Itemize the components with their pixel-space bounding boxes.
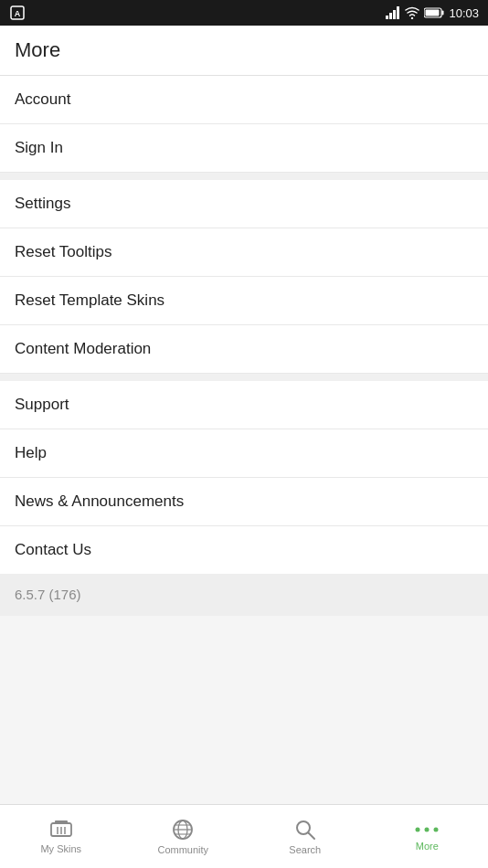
menu-item-news-announcements[interactable]: News & Announcements	[0, 478, 488, 526]
menu-item-reset-tooltips[interactable]: Reset Tooltips	[0, 228, 488, 277]
section-gap-1	[0, 173, 488, 180]
search-icon	[294, 819, 316, 841]
menu-item-settings[interactable]: Settings	[0, 180, 488, 228]
status-bar-right: 10:03	[386, 6, 479, 20]
nav-item-community[interactable]: Community	[122, 811, 245, 863]
menu-item-help[interactable]: Help	[0, 429, 488, 478]
svg-rect-4	[393, 10, 396, 19]
svg-point-22	[416, 827, 420, 831]
menu-item-content-moderation[interactable]: Content Moderation	[0, 325, 488, 374]
svg-rect-11	[55, 820, 68, 823]
wifi-icon	[405, 6, 419, 19]
nav-item-search[interactable]: Search	[244, 811, 366, 863]
bottom-navigation: My Skins Community Search More	[0, 804, 488, 868]
menu-group-1: Account Sign In	[0, 76, 488, 173]
svg-point-24	[434, 827, 439, 831]
version-area: 6.5.7 (176)	[0, 574, 488, 616]
svg-rect-5	[397, 6, 399, 19]
globe-icon	[172, 819, 194, 841]
svg-point-6	[411, 17, 413, 19]
menu-item-contact-us[interactable]: Contact Us	[0, 526, 488, 574]
svg-text:A: A	[15, 9, 21, 18]
nav-label-community: Community	[157, 844, 208, 855]
content-area: Account Sign In Settings Reset Tooltips …	[0, 76, 488, 616]
status-bar: A 10:03	[0, 0, 488, 26]
menu-item-reset-template-skins[interactable]: Reset Template Skins	[0, 277, 488, 325]
menu-group-2: Settings Reset Tooltips Reset Template S…	[0, 180, 488, 374]
skins-icon	[49, 820, 73, 840]
nav-item-my-skins[interactable]: My Skins	[0, 812, 122, 862]
menu-group-3: Support Help News & Announcements Contac…	[0, 381, 488, 574]
svg-rect-3	[389, 13, 392, 19]
menu-item-sign-in[interactable]: Sign In	[0, 124, 488, 173]
page-header: More	[0, 26, 488, 76]
menu-item-account[interactable]: Account	[0, 76, 488, 124]
svg-line-21	[308, 832, 314, 839]
svg-point-23	[425, 827, 430, 831]
svg-rect-2	[386, 16, 388, 19]
nav-item-more[interactable]: More	[366, 815, 489, 859]
status-bar-left: A	[9, 5, 26, 21]
status-time: 10:03	[449, 6, 479, 20]
section-gap-2	[0, 374, 488, 381]
svg-rect-8	[442, 11, 444, 16]
more-icon	[414, 822, 440, 837]
nav-label-more: More	[416, 841, 439, 852]
signal-icon	[386, 6, 400, 19]
battery-icon	[424, 7, 444, 18]
nav-label-search: Search	[289, 844, 321, 855]
version-text: 6.5.7 (176)	[15, 587, 81, 602]
svg-rect-9	[426, 10, 440, 16]
menu-item-support[interactable]: Support	[0, 381, 488, 429]
nav-label-my-skins: My Skins	[40, 843, 81, 854]
page-title: More	[15, 38, 60, 61]
app-icon: A	[9, 5, 26, 21]
